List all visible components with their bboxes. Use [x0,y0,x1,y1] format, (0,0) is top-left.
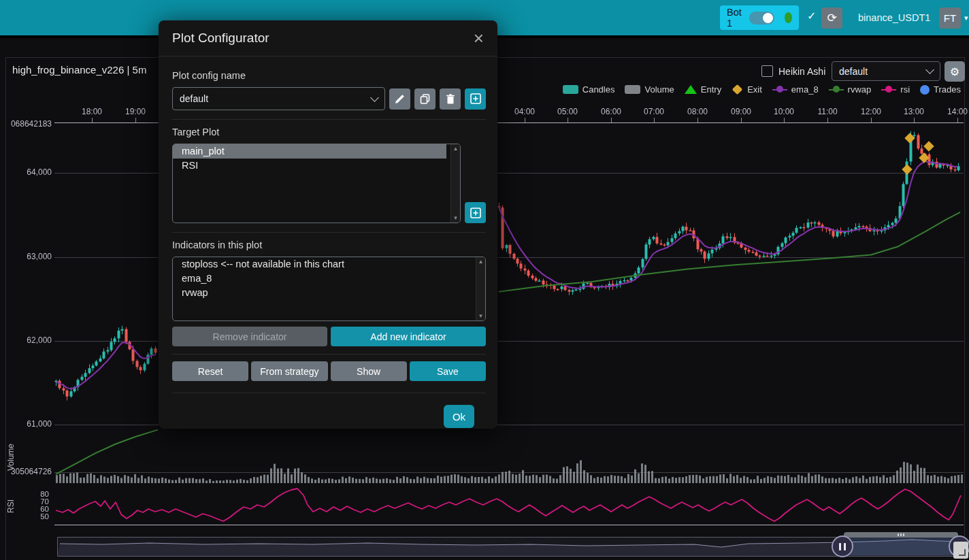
time-axis-label: 05:00 [547,107,588,116]
rsi-axis-label: 50 [22,512,49,521]
add-config-button[interactable] [465,88,486,110]
dialog-title: Plot Configurator [172,31,269,46]
legend-label: Candles [582,84,615,95]
time-axis-label: 07:00 [634,107,674,116]
Volume-swatch-icon [625,85,640,94]
legend-item-Candles[interactable]: Candles [563,84,615,95]
heikin-ashi-control: Heikin Ashi [761,65,825,77]
legend-label: Volume [644,84,674,95]
listbox-scrollbar: ▲▼ [476,257,485,320]
legend-label: Trades [934,84,961,95]
legend-label: Exit [747,84,762,95]
indicators-listbox: ▲▼ stoploss <-- not available in this ch… [172,257,486,321]
legend-item-Trades[interactable]: Trades [920,84,961,95]
trash-icon [446,94,455,104]
reset-button[interactable]: Reset [172,361,248,381]
plot-config-select[interactable]: default [832,61,940,81]
show-button[interactable]: Show [331,361,407,381]
copy-icon [420,94,430,104]
legend-label: ema_8 [791,84,819,95]
Trades-swatch-icon [920,85,930,95]
target-plot-label: Target Plot [172,127,486,137]
ema_8-swatch-icon [772,85,787,94]
time-axis-label: 04:00 [504,107,545,116]
time-axis-label: 11:00 [807,107,848,116]
Entry-swatch-icon [685,85,697,94]
listbox-scrollbar: ▲▼ [450,144,460,223]
Candles-swatch-icon [563,85,578,94]
datazoom-left-handle[interactable] [832,536,853,557]
time-axis-label: 13:00 [893,107,934,116]
price-axis-label: 068642183 [0,119,52,129]
delete-config-button[interactable] [440,88,461,110]
legend-item-rvwap[interactable]: rvwap [829,84,872,95]
time-axis-label: 14:00 [937,107,969,116]
resize-corner-icon [959,549,966,556]
plot-configurator-dialog: Plot Configurator × Plot config name def… [159,20,497,429]
rvwap-swatch-icon [829,85,844,94]
config-name-select[interactable]: default [172,87,385,110]
chevron-down-icon [370,93,379,102]
chevron-down-icon [925,65,934,74]
heikin-ashi-label: Heikin Ashi [778,66,825,77]
heikin-ashi-checkbox[interactable] [761,65,773,77]
list-item[interactable]: RSI [173,159,449,173]
legend-item-rsi[interactable]: rsi [881,84,910,95]
freqtrade-ui: Bot 1 ✓ ⟳ binance_USDT1 FT ▾ high_frog_b… [0,0,969,560]
time-axis-label: 19:00 [115,107,156,116]
plus-square-icon [470,93,481,104]
time-axis-label: 08:00 [677,107,718,116]
rsi-axis-title: RSI [6,497,16,516]
price-axis-label: 63,000 [0,252,52,261]
scroll-up-icon[interactable]: ▲ [453,146,459,152]
scroll-up-icon[interactable]: ▲ [478,259,484,265]
time-axis-label: 09:00 [721,107,761,116]
add-target-plot-button[interactable] [465,202,486,223]
add-new-indicator-button[interactable]: Add new indicator [331,327,486,346]
time-axis-label: 12:00 [851,107,891,116]
list-item[interactable]: main_plot [173,144,446,159]
list-item[interactable]: ema_8 [173,271,474,286]
close-icon[interactable]: × [474,31,484,45]
scroll-down-icon[interactable]: ▼ [453,215,459,221]
from-strategy-button[interactable]: From strategy [251,361,327,381]
duplicate-config-button[interactable] [414,88,436,110]
price-axis-label: 64,000 [0,167,52,177]
legend-item-ema_8[interactable]: ema_8 [772,84,819,95]
scroll-down-icon[interactable]: ▼ [478,313,484,319]
list-item[interactable]: rvwap [173,286,474,300]
dialog-header: Plot Configurator × [159,20,497,56]
plot-config-name-label: Plot config name [172,70,486,81]
remove-indicator-button[interactable]: Remove indicator [172,327,327,346]
plot-config-select-value: default [839,66,868,77]
legend-label: rsi [900,84,910,95]
volume-axis-title: Volume [6,437,16,478]
chart-title: high_frog_binance_v226 | 5m [12,64,146,76]
time-axis-label: 06:00 [591,107,631,116]
time-axis-label: 18:00 [71,107,112,116]
save-button[interactable]: Save [410,361,486,381]
price-axis-label: 61,000 [0,419,52,429]
horizontal-scrollbar[interactable] [844,532,958,538]
legend-item-Entry[interactable]: Entry [685,84,721,95]
list-item[interactable]: stoploss <-- not available in this chart [173,257,474,271]
legend-label: Entry [701,84,721,95]
legend-label: rvwap [848,84,872,95]
plot-settings-button[interactable]: ⚙ [945,61,965,82]
price-axis-label: 62,000 [0,335,52,345]
chart-legend: CandlesVolumeEntryExitema_8rvwaprsiTrade… [563,84,961,95]
rsi-swatch-icon [881,85,896,94]
indicators-label: Indicators in this plot [172,240,486,250]
pencil-icon [395,94,405,104]
config-name-value: default [180,93,208,104]
legend-item-Volume[interactable]: Volume [625,84,674,95]
legend-item-Exit[interactable]: Exit [732,84,762,95]
plus-square-icon [470,208,481,218]
rename-config-button[interactable] [389,88,410,110]
target-plot-listbox: ▲▼ main_plotRSI [172,144,461,223]
resize-handle[interactable] [953,542,968,559]
gear-icon: ⚙ [950,65,959,78]
Exit-swatch-icon [732,84,743,95]
ok-button[interactable]: Ok [444,405,474,428]
time-axis-label: 10:00 [763,107,804,116]
